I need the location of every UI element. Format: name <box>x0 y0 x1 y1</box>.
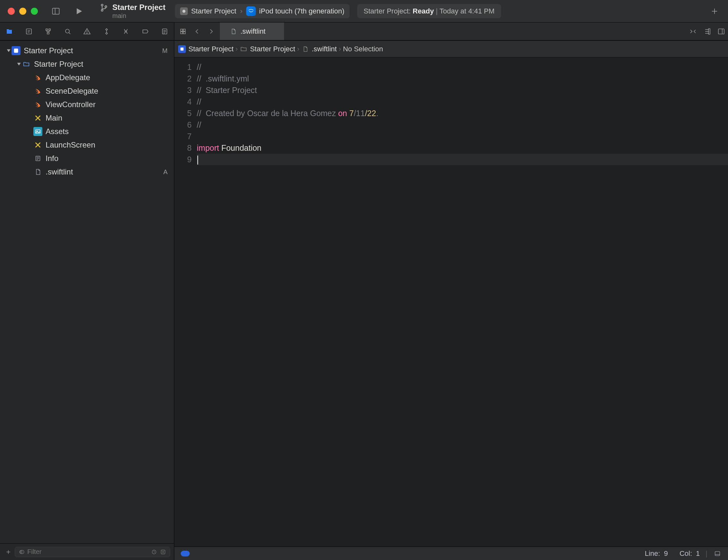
toggle-sidebar-icon[interactable] <box>51 6 61 16</box>
folder-icon <box>22 60 31 69</box>
line-gutter: 1 2 3 4 5 6 7 8 9 <box>174 57 195 547</box>
path-project-label: Starter Project <box>188 45 234 53</box>
svg-rect-25 <box>181 29 183 31</box>
line-number: 3 <box>174 84 192 96</box>
recent-filter-icon[interactable] <box>151 548 158 556</box>
xcodeproj-icon <box>12 46 21 55</box>
svg-rect-12 <box>46 29 48 30</box>
sidebar-footer <box>0 543 174 560</box>
recent-files-icon[interactable] <box>179 27 187 36</box>
filter-scope-icon[interactable] <box>18 548 25 556</box>
svg-rect-9 <box>26 29 31 34</box>
path-bar: Starter Project › Starter Project › .swi… <box>174 41 728 57</box>
tests-navigator-icon[interactable] <box>102 27 111 36</box>
tree-item-label: .swiftlint <box>46 168 158 177</box>
branch-icon <box>100 3 108 12</box>
code-editor[interactable]: 1 2 3 4 5 6 7 8 9 // // .swiftlint.yml /… <box>174 57 728 547</box>
tab-area: .swiftlint <box>174 22 728 40</box>
svg-rect-26 <box>183 29 185 31</box>
line-number: 2 <box>174 73 192 84</box>
storyboard-icon <box>33 114 42 123</box>
path-file[interactable]: .swiftlint <box>301 45 337 53</box>
text-cursor <box>197 156 198 165</box>
svg-point-4 <box>101 9 103 11</box>
path-group-label: Starter Project <box>250 45 295 53</box>
code-content[interactable]: // // .swiftlint.yml // Starter Project … <box>195 57 728 547</box>
svg-rect-57 <box>715 551 720 556</box>
debug-navigator-icon[interactable] <box>121 27 131 36</box>
tree-row-file-swiftlint[interactable]: .swiftlint A <box>0 165 174 179</box>
svg-rect-33 <box>718 29 724 34</box>
svg-point-6 <box>183 10 186 13</box>
svg-point-5 <box>105 5 107 7</box>
line-number: 4 <box>174 96 192 108</box>
tree-row-group[interactable]: Starter Project <box>0 57 174 71</box>
breakpoints-navigator-icon[interactable] <box>141 27 150 36</box>
toggle-inspector-icon[interactable] <box>716 27 726 36</box>
code-line: import Foundation <box>197 143 262 152</box>
scheme-name: Starter Project <box>191 7 236 15</box>
toggle-editor-mode-icon[interactable] <box>688 27 698 36</box>
storyboard-icon <box>33 141 42 150</box>
scm-filter-icon[interactable] <box>160 548 167 556</box>
path-selection-label[interactable]: No Selection <box>343 45 383 53</box>
titlebar-right <box>709 6 720 16</box>
svg-marker-35 <box>7 49 10 52</box>
tree-row-file-main[interactable]: Main <box>0 111 174 125</box>
adjust-editor-options-icon[interactable] <box>702 27 712 36</box>
run-button-icon[interactable] <box>74 6 84 16</box>
add-file-button[interactable] <box>4 547 13 556</box>
source-control-navigator-icon[interactable] <box>24 27 34 36</box>
find-navigator-icon[interactable] <box>63 27 73 36</box>
open-tab[interactable]: .swiftlint <box>220 22 284 40</box>
issues-navigator-icon[interactable] <box>82 27 92 36</box>
minimize-window-button[interactable] <box>19 8 26 15</box>
svg-point-51 <box>20 551 22 553</box>
tree-item-label: ViewController <box>46 100 158 109</box>
tree-row-file-scenedelegate[interactable]: SceneDelegate <box>0 84 174 98</box>
scm-badge: A <box>158 168 168 176</box>
path-project[interactable]: Starter Project <box>178 45 234 53</box>
minimap-toggle[interactable] <box>181 551 190 556</box>
close-window-button[interactable] <box>8 8 15 15</box>
cursor-line-label: Line: <box>645 549 660 558</box>
code-line: // .swiftlint.yml <box>197 74 249 83</box>
tree-row-file-viewcontroller[interactable]: ViewController <box>0 98 174 111</box>
chevron-down-icon[interactable] <box>16 62 22 66</box>
tree-row-file-assets[interactable]: Assets <box>0 125 174 138</box>
svg-rect-14 <box>47 32 49 34</box>
open-tab-filename: .swiftlint <box>240 27 265 36</box>
tree-row-file-launchscreen[interactable]: LaunchScreen <box>0 138 174 152</box>
file-tree: Starter Project M Starter Project AppD <box>0 41 174 543</box>
svg-marker-2 <box>77 8 82 14</box>
zoom-window-button[interactable] <box>31 8 38 15</box>
nav-forward-icon[interactable] <box>207 27 215 36</box>
svg-line-16 <box>69 32 70 34</box>
chevron-down-icon[interactable] <box>6 48 12 53</box>
project-navigator-icon[interactable] <box>4 27 14 36</box>
cursor-col-value: 1 <box>696 549 700 558</box>
code-line: // <box>197 120 201 129</box>
line-number: 6 <box>174 119 192 131</box>
tree-row-file-info[interactable]: Info <box>0 152 174 165</box>
tree-item-label: AppDelegate <box>46 73 158 82</box>
swift-icon <box>33 100 42 109</box>
tree-row-root[interactable]: Starter Project M <box>0 44 174 57</box>
xcodeproj-icon <box>178 45 186 53</box>
filter-input[interactable] <box>27 548 149 556</box>
svg-rect-32 <box>708 29 710 34</box>
file-icon <box>301 45 309 53</box>
status-pill[interactable]: Starter Project: Ready | Today at 4:41 P… <box>357 4 501 18</box>
reports-navigator-icon[interactable] <box>160 27 169 36</box>
svg-rect-36 <box>14 49 18 53</box>
path-group[interactable]: Starter Project <box>240 45 295 53</box>
filter-field[interactable] <box>15 547 170 557</box>
simulator-icon <box>246 6 256 16</box>
editor-layout-icon[interactable] <box>713 549 722 558</box>
add-target-plus-icon[interactable] <box>709 6 720 16</box>
tree-row-file-appdelegate[interactable]: AppDelegate <box>0 71 174 84</box>
tree-item-label: LaunchScreen <box>46 141 158 150</box>
nav-back-icon[interactable] <box>193 27 201 36</box>
symbol-navigator-icon[interactable] <box>43 27 53 36</box>
scheme-selector[interactable]: Starter Project › iPod touch (7th genera… <box>175 4 349 18</box>
